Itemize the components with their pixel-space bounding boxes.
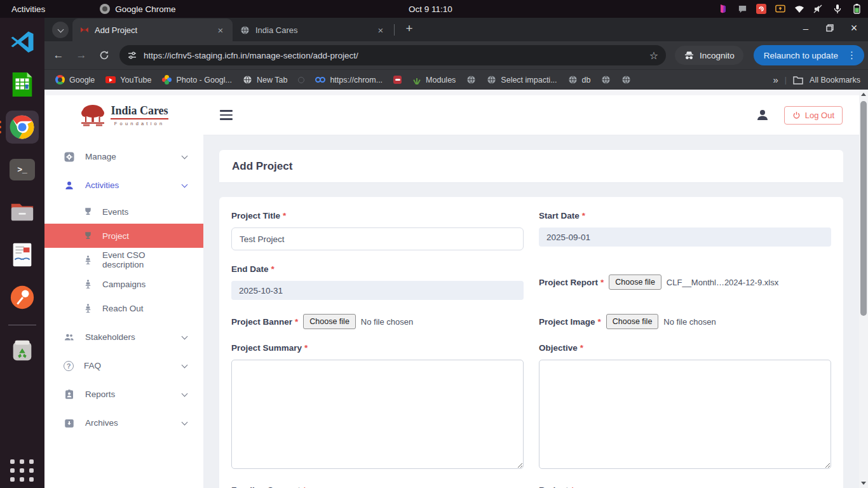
end-date-input[interactable] — [231, 281, 524, 300]
bookmark-db[interactable]: db — [568, 75, 591, 85]
clock[interactable]: Oct 9 11:10 — [409, 4, 452, 14]
bookmark-chrom[interactable]: https://chrom... — [315, 76, 383, 85]
sidebar-item-archives[interactable]: Archives — [44, 409, 203, 437]
screenshare-icon[interactable] — [775, 4, 785, 14]
tab-search-button[interactable] — [52, 22, 69, 38]
sidebar-item-reports[interactable]: Reports — [44, 380, 203, 409]
chrome-running-indicator — [0, 121, 1, 133]
focused-app[interactable]: Google Chrome — [100, 4, 175, 14]
globe-icon — [621, 75, 631, 85]
chat-icon[interactable] — [737, 4, 747, 14]
dock-files-icon[interactable] — [6, 196, 39, 229]
user-icon[interactable] — [755, 107, 770, 123]
sidebar-item-event-cso-description[interactable]: Event CSO description — [44, 248, 203, 272]
bookmarks-overflow-button[interactable]: » — [773, 74, 778, 85]
project-summary-textarea[interactable] — [231, 360, 524, 469]
sidebar-item-stakeholders[interactable]: Stakeholders — [44, 323, 203, 351]
scrollbar-thumb[interactable] — [860, 101, 867, 316]
tab-close-icon[interactable]: × — [215, 24, 226, 36]
tab-add-project[interactable]: Add Project × — [72, 18, 233, 41]
project-image-choose-file-button[interactable]: Choose file — [606, 314, 659, 329]
sidebar-item-label: Stakeholders — [85, 332, 172, 342]
page-scrollbar[interactable] — [859, 90, 868, 488]
dock-libreoffice-calc-icon[interactable] — [6, 68, 39, 101]
new-tab-button[interactable]: + — [401, 20, 417, 37]
bookmark-modules[interactable]: Modules — [412, 76, 456, 85]
all-bookmarks-button[interactable]: All Bookmarks — [810, 76, 860, 85]
dock-chrome-icon[interactable] — [6, 111, 39, 144]
dock-document-viewer-icon[interactable] — [6, 238, 39, 271]
tab-title: Add Project — [95, 25, 209, 35]
dock-postman-icon[interactable] — [6, 281, 39, 314]
app-pink-icon[interactable] — [718, 4, 728, 14]
relaunch-button[interactable]: Relaunch to update ⋮ — [754, 45, 864, 65]
sidebar-item-reach-out[interactable]: Reach Out — [44, 296, 203, 320]
project-report-choose-file-button[interactable]: Choose file — [609, 274, 661, 290]
bookmark-youtube[interactable]: YouTube — [105, 76, 151, 85]
sidebar-item-campaigns[interactable]: Campaigns — [44, 272, 203, 296]
microphone-icon[interactable] — [832, 4, 843, 14]
back-button[interactable]: ← — [50, 46, 67, 64]
reload-button[interactable] — [95, 46, 113, 64]
browser-menu-icon[interactable]: ⋮ — [844, 50, 859, 61]
tab-close-icon[interactable]: × — [375, 24, 386, 36]
field-label: End Date — [231, 264, 269, 274]
bookmark-unnamed-4[interactable] — [601, 75, 611, 85]
bookmark-label: Modules — [426, 76, 456, 85]
brand-subtitle: Foundation — [111, 121, 168, 126]
field-label: Start Date — [539, 211, 580, 220]
dock-trash-icon[interactable] — [6, 334, 39, 367]
battery-icon[interactable] — [851, 4, 862, 14]
bookmark-new-tab[interactable]: New Tab — [243, 75, 287, 85]
sidebar-item-manage[interactable]: Manage — [44, 142, 203, 171]
bookmark-unnamed-3[interactable] — [466, 75, 476, 85]
bookmark-star-icon[interactable]: ☆ — [649, 50, 658, 62]
close-window-button[interactable]: × — [849, 23, 859, 33]
project-banner-choose-file-button[interactable]: Choose file — [303, 314, 356, 329]
volume-muted-icon[interactable] — [813, 4, 824, 14]
bookmark-photos[interactable]: Photo - Googl... — [162, 75, 232, 85]
bookmark-unnamed-5[interactable] — [621, 75, 631, 85]
site-settings-icon[interactable] — [127, 50, 137, 60]
app-grid-button[interactable] — [10, 459, 34, 482]
field-project-title: Project Title* — [231, 211, 524, 250]
objective-textarea[interactable] — [539, 360, 831, 469]
bookmark-unnamed-2[interactable] — [393, 76, 402, 84]
sidebar-item-label: Reports — [85, 390, 172, 399]
forward-button[interactable]: → — [72, 46, 90, 64]
dock-vscode-icon[interactable] — [6, 25, 39, 58]
logout-button[interactable]: Log Out — [784, 106, 843, 125]
start-date-input[interactable] — [539, 227, 831, 247]
tab-india-cares[interactable]: India Cares × — [233, 18, 393, 41]
bookmark-select-impact[interactable]: Select impacti... — [487, 75, 557, 85]
sidebar-item-project[interactable]: Project — [44, 224, 203, 248]
field-project-image: Project Image* Choose file No file chose… — [539, 314, 831, 329]
activities-button[interactable]: Activities — [11, 4, 45, 14]
sidebar-item-activities[interactable]: Activities — [44, 171, 203, 200]
url-text[interactable]: https://icfnv5-staging.icfn.in/manage-se… — [144, 51, 643, 60]
address-bar[interactable]: https://icfnv5-staging.icfn.in/manage-se… — [119, 45, 666, 65]
bookmark-unnamed-1[interactable] — [298, 77, 304, 83]
wifi-icon[interactable] — [794, 4, 804, 14]
bookmark-label: Select impacti... — [501, 76, 557, 85]
minimize-button[interactable]: – — [801, 23, 811, 33]
sidebar-item-label: FAQ — [84, 361, 172, 370]
record-icon[interactable] — [756, 4, 766, 14]
gear-icon — [64, 151, 75, 163]
bookmark-google[interactable]: Google — [55, 75, 95, 85]
scroll-up-button[interactable] — [859, 90, 868, 99]
field-label: Project Image — [539, 317, 595, 327]
incognito-icon — [684, 51, 695, 60]
restore-button[interactable] — [825, 23, 835, 33]
focused-app-title: Google Chrome — [115, 4, 175, 14]
sidebar-toggle-button[interactable] — [220, 110, 233, 119]
project-title-input[interactable] — [231, 227, 524, 250]
dock-terminal-icon[interactable]: >_ — [6, 153, 39, 186]
scroll-down-button[interactable] — [859, 478, 868, 488]
globe-icon — [466, 75, 476, 85]
bookmarks-divider: | — [785, 76, 787, 85]
sidebar-item-faq[interactable]: ? FAQ — [44, 351, 203, 380]
brand-logo[interactable]: India Cares Foundation — [44, 103, 203, 127]
page-top-strip — [44, 90, 868, 95]
sidebar-item-events[interactable]: Events — [44, 200, 203, 224]
